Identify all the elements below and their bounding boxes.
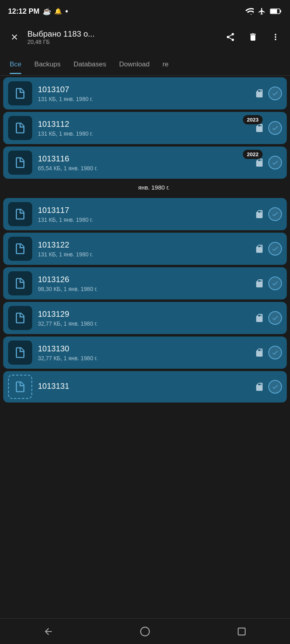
- sd-card-icon: [255, 209, 264, 219]
- document-icon: [14, 312, 27, 324]
- more-options-button[interactable]: [267, 29, 284, 45]
- recents-button[interactable]: [230, 623, 254, 640]
- file-meta: 32,77 КБ, 1 янв. 1980 г.: [38, 320, 255, 327]
- year-badge: 2023: [243, 115, 263, 124]
- file-meta: 131 КБ, 1 янв. 1980 г.: [38, 251, 255, 258]
- file-right: [255, 87, 282, 100]
- year-badge: 2022: [243, 150, 263, 159]
- file-meta: 65,54 КБ, 1 янв. 1980 г.: [38, 165, 255, 171]
- notification-icon: 🔔: [54, 8, 62, 15]
- sd-card-icon: [255, 89, 264, 98]
- status-bar: 12:12 PM ☕ 🔔 •: [0, 0, 290, 21]
- file-name: 1013117: [38, 206, 255, 215]
- list-item[interactable]: 1013116 65,54 КБ, 1 янв. 1980 г. 2022 ян…: [3, 147, 287, 179]
- tab-download[interactable]: Download: [113, 55, 156, 74]
- tab-databases[interactable]: Databases: [67, 55, 113, 74]
- check-icon[interactable]: [268, 87, 282, 100]
- file-info: 1013131: [38, 382, 255, 392]
- file-icon-wrapper: [8, 341, 32, 365]
- tab-all[interactable]: Все: [3, 55, 28, 74]
- svg-rect-3: [271, 9, 277, 13]
- back-button[interactable]: [36, 623, 60, 640]
- list-item[interactable]: 1013130 32,77 КБ, 1 янв. 1980 г.: [3, 336, 287, 369]
- share-button[interactable]: [222, 29, 238, 45]
- check-icon[interactable]: [268, 346, 282, 359]
- wifi-icon: [245, 8, 254, 14]
- document-icon: [14, 208, 27, 221]
- list-item[interactable]: 1013122 131 КБ, 1 янв. 1980 г.: [3, 233, 287, 265]
- close-button[interactable]: [6, 29, 23, 45]
- file-icon-wrapper: [8, 151, 32, 175]
- document-icon: [14, 277, 27, 290]
- nav-bar: [0, 618, 290, 644]
- file-info: 1013112 131 КБ, 1 янв. 1980 г.: [38, 120, 255, 137]
- file-meta: 131 КБ, 1 янв. 1980 г.: [38, 217, 255, 223]
- tab-backups[interactable]: Backups: [28, 55, 67, 74]
- sd-card-icon: [255, 279, 264, 288]
- file-list: 1013107 131 КБ, 1 янв. 1980 г. 1013112: [0, 76, 290, 437]
- file-meta: 131 КБ, 1 янв. 1980 г.: [38, 96, 255, 102]
- selection-title: Выбрано 1183 о...: [27, 29, 218, 39]
- file-meta: 131 КБ, 1 янв. 1980 г.: [38, 130, 255, 137]
- svg-rect-2: [280, 10, 281, 12]
- status-icons: [245, 7, 282, 15]
- check-icon[interactable]: [268, 380, 282, 394]
- file-icon-wrapper: [8, 237, 32, 261]
- file-name: 1013116: [38, 154, 255, 163]
- check-icon[interactable]: [268, 277, 282, 290]
- check-icon[interactable]: [268, 311, 282, 325]
- list-item[interactable]: 1013126 98,30 КБ, 1 янв. 1980 г.: [3, 267, 287, 299]
- document-icon: [14, 122, 27, 134]
- status-time: 12:12 PM ☕ 🔔 •: [8, 7, 68, 16]
- file-meta: 98,30 КБ, 1 янв. 1980 г.: [38, 286, 255, 292]
- file-right: [255, 277, 282, 290]
- check-icon[interactable]: [268, 207, 282, 221]
- file-name: 1013126: [38, 275, 255, 284]
- document-icon: [14, 346, 27, 359]
- file-name: 1013129: [38, 310, 255, 319]
- check-icon[interactable]: [268, 121, 282, 135]
- file-meta: 32,77 КБ, 1 янв. 1980 г.: [38, 355, 255, 361]
- svg-rect-5: [238, 628, 245, 635]
- document-icon: [14, 380, 27, 393]
- file-info: 1013107 131 КБ, 1 янв. 1980 г.: [38, 85, 255, 102]
- svg-point-4: [141, 627, 149, 636]
- file-name: 1013107: [38, 85, 255, 94]
- list-item[interactable]: 1013107 131 КБ, 1 янв. 1980 г.: [3, 77, 287, 109]
- file-info: 1013117 131 КБ, 1 янв. 1980 г.: [38, 206, 255, 223]
- delete-button[interactable]: [245, 29, 261, 45]
- sd-card-icon: [255, 348, 264, 357]
- file-right: [255, 311, 282, 325]
- svg-point-0: [250, 14, 252, 14]
- check-icon[interactable]: [268, 156, 282, 169]
- file-icon-wrapper: [8, 271, 32, 295]
- list-item[interactable]: 1013129 32,77 КБ, 1 янв. 1980 г.: [3, 302, 287, 334]
- document-icon: [14, 87, 27, 100]
- sd-card-icon: [255, 158, 264, 167]
- file-info: 1013129 32,77 КБ, 1 янв. 1980 г.: [38, 310, 255, 327]
- list-item[interactable]: 1013131: [3, 371, 287, 402]
- list-item[interactable]: 1013112 131 КБ, 1 янв. 1980 г. 2023: [3, 112, 287, 144]
- file-right: [255, 207, 282, 221]
- file-icon-wrapper: [8, 375, 32, 399]
- check-icon[interactable]: [268, 242, 282, 256]
- home-button[interactable]: [133, 623, 157, 640]
- selection-size: 20,48 ГБ: [27, 39, 218, 45]
- file-name: 1013131: [38, 382, 255, 391]
- file-icon-wrapper: [8, 306, 32, 330]
- file-name: 1013130: [38, 344, 255, 353]
- list-item[interactable]: 1013117 131 КБ, 1 янв. 1980 г.: [3, 198, 287, 230]
- file-info: 1013116 65,54 КБ, 1 янв. 1980 г.: [38, 154, 255, 171]
- file-icon-wrapper: [8, 116, 32, 140]
- sd-card-icon: [255, 123, 264, 133]
- file-info: 1013126 98,30 КБ, 1 янв. 1980 г.: [38, 275, 255, 292]
- tab-bar: Все Backups Databases Download re: [0, 53, 290, 76]
- dot-icon: •: [65, 7, 68, 16]
- sd-card-icon: [255, 313, 264, 323]
- airplane-icon: [258, 7, 266, 15]
- tab-re[interactable]: re: [156, 55, 175, 74]
- document-icon: [14, 242, 27, 255]
- document-icon: [14, 156, 27, 169]
- file-info: 1013122 131 КБ, 1 янв. 1980 г.: [38, 240, 255, 258]
- file-name: 1013122: [38, 240, 255, 250]
